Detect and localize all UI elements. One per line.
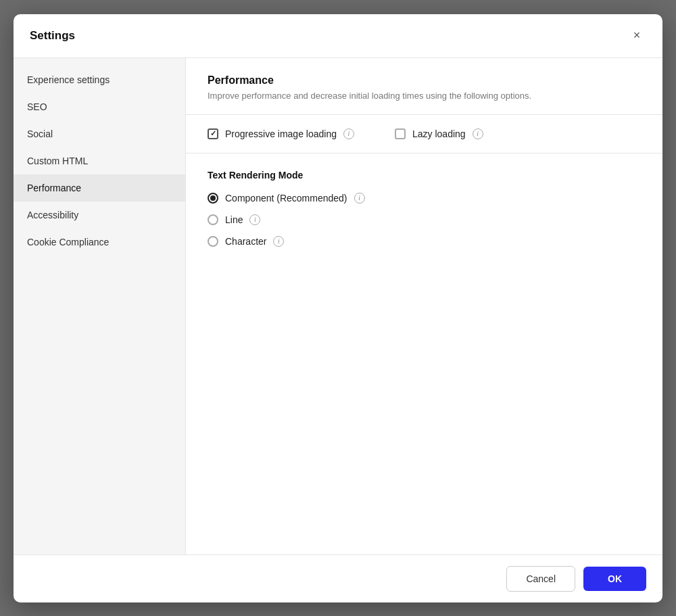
lazy-loading-info-icon[interactable]: i bbox=[473, 128, 483, 139]
sidebar-item-seo[interactable]: SEO bbox=[14, 93, 185, 120]
sidebar-item-custom-html[interactable]: Custom HTML bbox=[14, 147, 185, 174]
radio-component-label: Component (Recommended) bbox=[225, 193, 347, 204]
sidebar-item-cookie-compliance[interactable]: Cookie Compliance bbox=[14, 229, 185, 256]
radio-line-info-icon[interactable]: i bbox=[249, 214, 260, 225]
progressive-image-loading-option[interactable]: ✓ Progressive image loading i bbox=[208, 128, 354, 139]
ok-button[interactable]: OK bbox=[583, 567, 646, 591]
cancel-button[interactable]: Cancel bbox=[506, 566, 575, 592]
sidebar-item-performance[interactable]: Performance bbox=[14, 174, 185, 202]
radio-character-label: Character bbox=[225, 236, 266, 247]
radio-component-dot bbox=[210, 195, 216, 201]
lazy-loading-label: Lazy loading bbox=[412, 128, 466, 139]
radio-component-circle[interactable] bbox=[208, 193, 218, 204]
sidebar-item-social[interactable]: Social bbox=[14, 120, 185, 147]
dialog-header: Settings × bbox=[14, 14, 662, 58]
radio-line-circle[interactable] bbox=[208, 214, 218, 225]
progressive-image-loading-checkbox[interactable]: ✓ bbox=[208, 128, 218, 139]
settings-dialog: Settings × Experience settings SEO Socia… bbox=[14, 14, 662, 602]
text-rendering-title: Text Rendering Mode bbox=[208, 170, 641, 181]
radio-component[interactable]: Component (Recommended) i bbox=[208, 193, 641, 204]
radio-character-info-icon[interactable]: i bbox=[273, 236, 284, 247]
main-content: Performance Improve performance and decr… bbox=[186, 58, 662, 554]
section-header: Performance Improve performance and decr… bbox=[186, 58, 662, 115]
dialog-body: Experience settings SEO Social Custom HT… bbox=[14, 58, 662, 554]
dialog-title: Settings bbox=[30, 29, 75, 43]
progressive-image-loading-info-icon[interactable]: i bbox=[343, 128, 354, 139]
text-rendering-section: Text Rendering Mode Component (Recommend… bbox=[186, 153, 662, 554]
section-title: Performance bbox=[208, 74, 641, 87]
sidebar-item-accessibility[interactable]: Accessibility bbox=[14, 202, 185, 229]
progressive-image-loading-label: Progressive image loading bbox=[225, 128, 337, 139]
sidebar: Experience settings SEO Social Custom HT… bbox=[14, 58, 186, 554]
close-button[interactable]: × bbox=[627, 26, 646, 45]
radio-character[interactable]: Character i bbox=[208, 236, 641, 247]
radio-component-info-icon[interactable]: i bbox=[354, 193, 365, 204]
radio-line-label: Line bbox=[225, 214, 243, 225]
lazy-loading-option[interactable]: Lazy loading i bbox=[395, 128, 483, 139]
checkmark-icon: ✓ bbox=[210, 129, 216, 138]
radio-character-circle[interactable] bbox=[208, 236, 218, 247]
dialog-footer: Cancel OK bbox=[14, 554, 662, 602]
image-loading-options: ✓ Progressive image loading i Lazy loadi… bbox=[186, 115, 662, 153]
section-description: Improve performance and decrease initial… bbox=[208, 91, 641, 101]
sidebar-item-experience-settings[interactable]: Experience settings bbox=[14, 66, 185, 93]
lazy-loading-checkbox[interactable] bbox=[395, 128, 406, 139]
radio-line[interactable]: Line i bbox=[208, 214, 641, 225]
